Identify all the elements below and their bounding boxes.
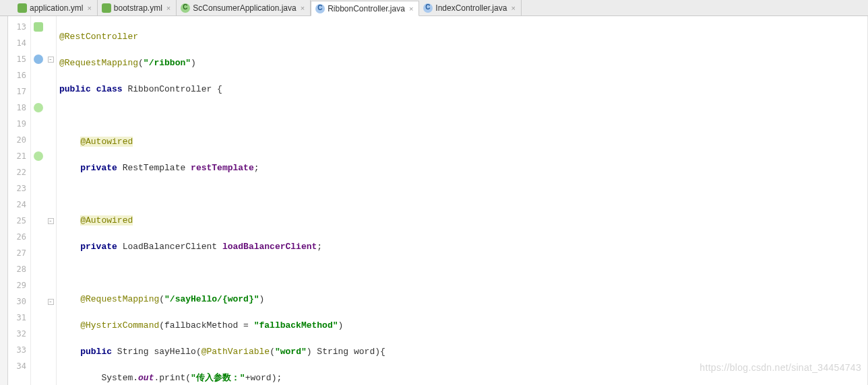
close-icon[interactable]: × bbox=[511, 4, 515, 12]
line-number: 13 bbox=[8, 19, 30, 35]
line-number: 23 bbox=[8, 180, 30, 197]
line-number: 15 bbox=[8, 51, 30, 67]
code-text: .print( bbox=[154, 373, 191, 383]
class-nav-icon bbox=[34, 55, 43, 64]
close-icon[interactable]: × bbox=[409, 5, 413, 13]
line-number: 28 bbox=[8, 261, 30, 277]
spring-bean-icon bbox=[34, 22, 43, 32]
line-number: 18 bbox=[8, 100, 30, 116]
line-number: 30 bbox=[8, 293, 30, 310]
fold-toggle-icon[interactable] bbox=[48, 218, 54, 224]
code-text: +word); bbox=[245, 373, 282, 383]
tab-application-yml[interactable]: application.yml × bbox=[13, 0, 98, 15]
line-number: 25 bbox=[8, 213, 30, 229]
keyword-class: class bbox=[96, 84, 123, 94]
line-number: 22 bbox=[8, 164, 30, 180]
editor-area: 1314151617181920212223242526272829303132… bbox=[0, 16, 868, 385]
type-name: LoadBalancerClient bbox=[123, 242, 217, 252]
line-number-gutter[interactable]: 1314151617181920212223242526272829303132… bbox=[8, 16, 31, 385]
field-loadbalancerclient: loadBalancerClient bbox=[222, 242, 317, 252]
line-number: 29 bbox=[8, 277, 30, 293]
yml-file-icon bbox=[102, 3, 111, 13]
tab-bootstrap-yml[interactable]: bootstrap.yml × bbox=[98, 0, 177, 15]
yml-file-icon bbox=[18, 3, 27, 13]
code-editor[interactable]: @RestController @RequestMapping("/ribbon… bbox=[57, 16, 868, 385]
autowired-nav-icon bbox=[34, 103, 43, 112]
tab-ribbon-controller[interactable]: RibbonController.java × bbox=[311, 1, 419, 16]
code-text: ) bbox=[338, 320, 344, 330]
annotation-autowired: @Autowired bbox=[80, 215, 133, 225]
line-number: 24 bbox=[8, 197, 30, 213]
java-class-icon bbox=[315, 4, 325, 13]
line-number: 31 bbox=[8, 310, 30, 326]
method-name: sayHello bbox=[154, 347, 195, 357]
line-number: 14 bbox=[8, 35, 30, 51]
string-literal: "/ribbon" bbox=[144, 58, 191, 68]
fold-toggle-icon[interactable] bbox=[48, 57, 54, 63]
line-number: 27 bbox=[8, 245, 30, 261]
static-field-out: out bbox=[138, 373, 154, 383]
line-number: 17 bbox=[8, 83, 30, 100]
string-literal: "word" bbox=[275, 347, 307, 357]
close-icon[interactable]: × bbox=[166, 4, 170, 12]
java-class-icon bbox=[423, 3, 433, 13]
watermark-text: https://blog.csdn.net/sinat_34454743 bbox=[700, 362, 861, 373]
code-text: (fallbackMethod = bbox=[159, 320, 253, 330]
type-name: RestTemplate bbox=[123, 163, 186, 173]
line-number: 16 bbox=[8, 67, 30, 83]
annotation-requestmapping: @RequestMapping bbox=[59, 58, 138, 68]
tab-label: application.yml bbox=[30, 3, 83, 13]
gutter-icons bbox=[31, 16, 46, 385]
line-number: 20 bbox=[8, 132, 30, 148]
line-number: 34 bbox=[8, 358, 30, 374]
close-icon[interactable]: × bbox=[301, 4, 305, 12]
editor-tab-bar: application.yml × bootstrap.yml × ScCons… bbox=[0, 0, 868, 16]
line-number: 33 bbox=[8, 342, 30, 358]
keyword-public: public bbox=[80, 347, 112, 357]
string-literal: "传入参数：" bbox=[191, 373, 245, 383]
line-number: 19 bbox=[8, 116, 30, 132]
annotation-autowired: @Autowired bbox=[80, 137, 133, 147]
param-decl: String word){ bbox=[312, 347, 385, 357]
close-icon[interactable]: × bbox=[87, 4, 91, 12]
annotation-requestmapping: @RequestMapping bbox=[80, 294, 159, 304]
annotation-hystrixcommand: @HystrixCommand bbox=[80, 320, 159, 330]
keyword-private: private bbox=[80, 163, 117, 173]
class-name: RibbonController { bbox=[127, 84, 222, 94]
string-literal: "/sayHello/{word}" bbox=[164, 294, 259, 304]
type-name: String bbox=[117, 347, 149, 357]
fold-toggle-icon[interactable] bbox=[48, 299, 54, 305]
code-text: System. bbox=[101, 373, 138, 383]
tool-strip bbox=[0, 16, 8, 385]
line-number: 32 bbox=[8, 326, 30, 342]
annotation-restcontroller: @RestController bbox=[59, 32, 138, 42]
field-resttemplate: restTemplate bbox=[191, 163, 254, 173]
autowired-nav-icon bbox=[34, 151, 43, 161]
tab-label: ScConsumerApplication.java bbox=[193, 3, 296, 13]
tab-scconsumer-application[interactable]: ScConsumerApplication.java × bbox=[177, 0, 311, 15]
keyword-public: public bbox=[59, 84, 91, 94]
string-literal: "fallbackMethod" bbox=[254, 320, 338, 330]
tab-label: RibbonController.java bbox=[328, 4, 405, 13]
java-class-icon bbox=[181, 3, 190, 13]
tab-label: bootstrap.yml bbox=[114, 3, 162, 13]
line-number: 26 bbox=[8, 229, 30, 245]
keyword-private: private bbox=[80, 242, 117, 252]
annotation-pathvariable: @PathVariable bbox=[202, 347, 270, 357]
line-number: 21 bbox=[8, 148, 30, 164]
tab-index-controller[interactable]: IndexController.java × bbox=[419, 0, 522, 15]
tab-label: IndexController.java bbox=[435, 3, 507, 13]
fold-gutter[interactable] bbox=[46, 16, 57, 385]
